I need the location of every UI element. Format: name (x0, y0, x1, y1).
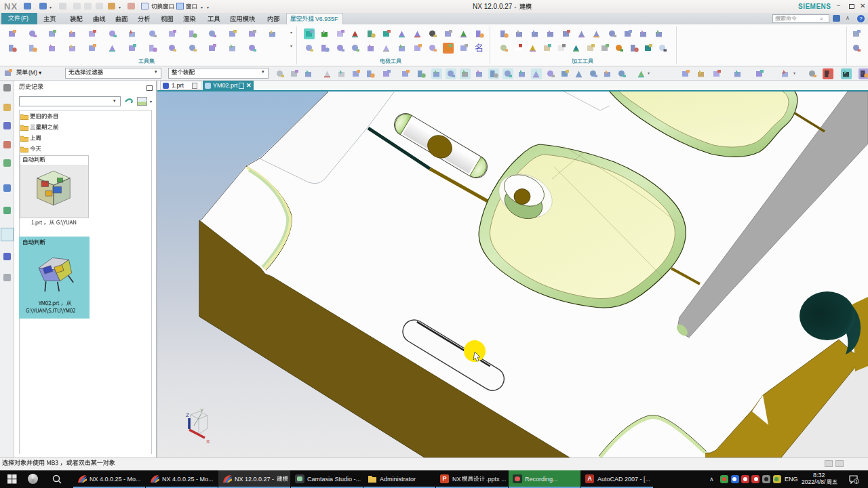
svg-text:X: X (206, 439, 210, 445)
svg-text:1: 1 (855, 479, 858, 484)
svg-text:Z: Z (186, 412, 189, 418)
svg-text:Y: Y (200, 407, 204, 413)
